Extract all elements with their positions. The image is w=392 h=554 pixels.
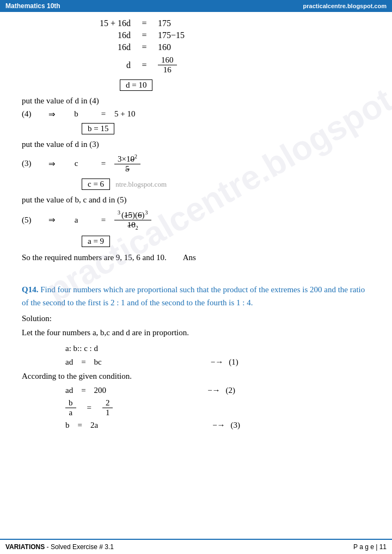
- let-text: Let the four numbers a, b,c and d are in…: [22, 327, 370, 339]
- ad-bc-row: ad = bc −→ (1): [65, 358, 370, 367]
- according-text: According to the given condition.: [22, 370, 370, 383]
- put-bcd-5-text: put the value of b, c and d in (5): [22, 194, 370, 206]
- a-den: a: [65, 408, 76, 417]
- eq1-lhs: 15 + 16d: [65, 19, 131, 28]
- arrow1: −→: [211, 358, 223, 367]
- eq3-var: c: [60, 159, 93, 168]
- footer-left: VARIATIONS - Solved Exercise # 3.1: [5, 543, 114, 551]
- footer: VARIATIONS - Solved Exercise # 3.1 P a g…: [0, 539, 392, 554]
- eq2-rhs: 175−15: [158, 30, 212, 40]
- footer-subtitle: - Solved Exercise # 3.1: [45, 543, 114, 551]
- header: Mathematics 10th practicalcentre.blogspo…: [0, 0, 392, 12]
- eq3-rhs: 160: [158, 42, 212, 52]
- eq3-arrow: ⇒: [44, 159, 60, 169]
- eq5-var: a: [60, 216, 93, 225]
- eq3-frac-den: 5: [122, 164, 133, 174]
- eq-num-3: (3): [231, 421, 241, 430]
- eq3-label: (3): [22, 159, 44, 168]
- header-url: practicalcentre.blogspot.com: [303, 3, 387, 9]
- b-boxed-container: b = 15: [82, 121, 370, 136]
- footer-bold: VARIATIONS: [5, 543, 45, 551]
- eq1-rhs: 175: [158, 19, 212, 28]
- eq4-label: (4): [22, 109, 44, 119]
- eq1-sign: =: [131, 19, 158, 28]
- b-over-a: b a: [65, 398, 76, 417]
- a-boxed: a = 9: [82, 236, 110, 247]
- eq3-sign: =: [131, 42, 158, 52]
- b-2a-text: b = 2a: [65, 421, 98, 430]
- eq-row-3: 16d = 160: [65, 42, 370, 52]
- eq5-sub: 2: [136, 225, 138, 231]
- eq4-sign: =: [131, 60, 158, 70]
- eq3-sign: =: [93, 159, 114, 168]
- eq5-frac: 3(15)(6)3 102: [114, 210, 151, 231]
- cancel-0: 0: [130, 155, 134, 164]
- footer-right: P a g e | 11: [353, 543, 387, 551]
- two-num: 2: [102, 398, 113, 408]
- ad-200-text: ad = 200: [65, 386, 106, 395]
- watermark-text-small: ntre.blogspot.com: [115, 180, 167, 189]
- spacer: [22, 267, 370, 274]
- put-d-4-text: put the value of d in (4): [22, 95, 370, 107]
- eq-row-4: d = 160 16: [65, 56, 370, 75]
- q14-label: Q14.: [22, 285, 40, 294]
- eq-sign-2: =: [87, 403, 91, 413]
- eq5-label: (5): [22, 216, 44, 225]
- c-boxed: c = 6: [82, 178, 110, 190]
- arrow2: −→: [207, 386, 220, 395]
- eq3-row: (3) ⇒ c = 3×102 5: [22, 153, 370, 174]
- arrow3: −→: [212, 421, 225, 430]
- main-content: 15 + 16d = 175 16d = 175−15 16d = 160 d …: [0, 12, 392, 460]
- eq3-lhs: 16d: [65, 42, 131, 52]
- eq5-frac-num: 3(15)(6)3: [114, 210, 151, 220]
- one-den: 1: [102, 408, 113, 417]
- eq4-lhs: d: [65, 60, 131, 70]
- eq5-sup1: 3: [118, 210, 120, 216]
- ans-text: So the required numbers are 9, 15, 6 and…: [22, 253, 167, 262]
- header-title: Mathematics 10th: [5, 2, 60, 10]
- ad-200-row: ad = 200 −→ (2): [65, 386, 370, 395]
- q14-header: Q14. Find four numbers which are proport…: [22, 283, 370, 309]
- eq3-frac-num: 3×102: [114, 153, 140, 164]
- b-over-a-row: b a = 2 1: [65, 398, 370, 417]
- c-boxed-container: c = 6 ntre.blogspot.com: [82, 177, 370, 192]
- eq3-sup: 2: [134, 153, 137, 159]
- eq-row-1: 15 + 16d = 175: [65, 19, 370, 28]
- cancel-5: 5: [125, 164, 130, 174]
- d-boxed-container: d = 10: [120, 78, 370, 93]
- frac-160-den: 16: [160, 65, 175, 75]
- eq-num-1: (1): [229, 358, 238, 367]
- ans-line: So the required numbers are 9, 15, 6 and…: [22, 253, 370, 262]
- q14-text: Find four numbers which are proportional…: [22, 285, 365, 307]
- eq4-val: 5 + 10: [114, 109, 135, 119]
- eq5-sup2: 3: [145, 210, 148, 216]
- eq5-sign: =: [93, 216, 114, 225]
- two-over-one: 2 1: [102, 398, 113, 417]
- eq4-row: (4) ⇒ b = 5 + 10: [22, 109, 370, 119]
- put-d-3-text: put the value of d in (3): [22, 138, 370, 151]
- proportion-text: a: b:: c : d: [65, 342, 370, 355]
- eq5-frac-den: 102: [124, 220, 142, 231]
- cancel-6: 6: [138, 211, 142, 220]
- eq-num-2: (2): [226, 386, 236, 395]
- eq2-lhs: 16d: [65, 30, 131, 40]
- d-boxed: d = 10: [120, 79, 152, 91]
- solution-label: Solution:: [22, 312, 370, 325]
- eq2-sign: =: [131, 30, 158, 40]
- frac-160-num: 160: [158, 56, 177, 65]
- cancel-10: 10: [127, 220, 136, 230]
- eq3-frac: 3×102 5: [114, 153, 140, 174]
- eq4-rhs-frac: 160 16: [158, 56, 212, 75]
- a-boxed-container: a = 9: [82, 234, 370, 249]
- eq4-var: b: [60, 109, 93, 119]
- b-num: b: [65, 398, 76, 408]
- eq4-sign: =: [93, 109, 114, 119]
- b-boxed: b = 15: [82, 123, 114, 134]
- page-container: Mathematics 10th practicalcentre.blogspo…: [0, 0, 392, 554]
- eq-row-2: 16d = 175−15: [65, 30, 370, 40]
- eq5-arrow: ⇒: [44, 215, 60, 225]
- eq4-arrow: ⇒: [44, 109, 60, 119]
- ad-bc-text: ad = bc: [65, 358, 102, 367]
- b-2a-row: b = 2a −→ (3): [65, 421, 370, 430]
- ans-label: Ans: [183, 253, 196, 262]
